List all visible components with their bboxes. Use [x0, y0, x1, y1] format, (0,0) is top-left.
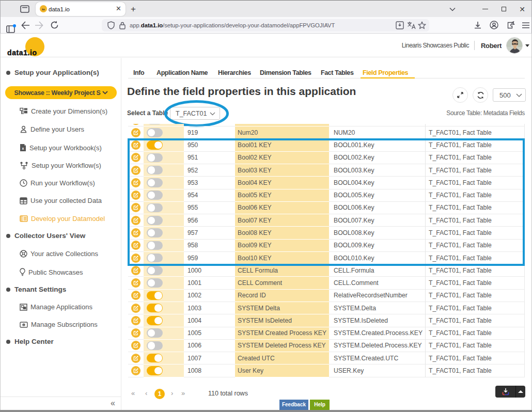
svg-text:x: x: [22, 147, 24, 150]
svg-text:i: i: [23, 323, 24, 326]
